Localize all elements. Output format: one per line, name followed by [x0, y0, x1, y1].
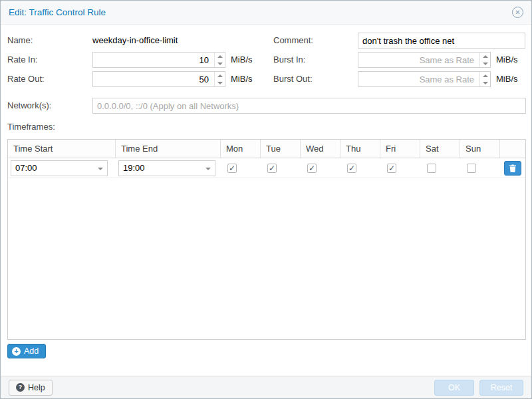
name-value: weekday-in-office-limit: [92, 33, 178, 49]
dialog-footer: ? Help OK Reset: [1, 376, 531, 398]
burst-in-spin-buttons[interactable]: [479, 53, 490, 67]
spinner-down-icon[interactable]: [215, 79, 225, 86]
name-label: Name:: [7, 33, 33, 49]
burst-in-label: Burst In:: [273, 52, 305, 68]
rate-out-spin-buttons[interactable]: [214, 72, 225, 86]
burst-in-spinner[interactable]: [358, 52, 491, 68]
checkbox-thu[interactable]: [347, 164, 356, 173]
rate-in-input[interactable]: [93, 53, 225, 67]
delete-row-button[interactable]: [504, 161, 521, 176]
column-header-time-start[interactable]: Time Start: [8, 140, 116, 158]
rate-out-input[interactable]: [93, 72, 225, 86]
checkbox-mon[interactable]: [227, 164, 237, 173]
time-start-cell: 07:00: [8, 158, 116, 178]
rate-out-label: Rate Out:: [7, 71, 45, 87]
burst-out-spinner[interactable]: [358, 71, 491, 87]
spinner-down-icon[interactable]: [480, 79, 490, 86]
time-end-combobox[interactable]: 19:00: [118, 160, 215, 176]
spinner-down-icon[interactable]: [215, 60, 225, 67]
time-end-value: 19:00: [123, 163, 145, 173]
column-header-time-end[interactable]: Time End: [116, 140, 221, 158]
chevron-down-icon: [205, 168, 211, 170]
column-header-mon[interactable]: Mon: [221, 140, 261, 158]
column-header-tue[interactable]: Tue: [261, 140, 301, 158]
timeframes-table: Time Start Time End Mon Tue Wed Thu Fri …: [7, 139, 526, 340]
rate-in-unit: MiB/s: [231, 52, 253, 68]
close-icon[interactable]: ✕: [512, 7, 523, 18]
rate-out-unit: MiB/s: [231, 71, 253, 87]
dialog-title: Edit: Traffic Control Rule: [9, 7, 106, 17]
column-header-wed[interactable]: Wed: [301, 140, 340, 158]
add-button[interactable]: + Add: [7, 344, 46, 358]
ok-button[interactable]: OK: [434, 380, 474, 396]
column-header-actions: [500, 140, 525, 158]
spinner-down-icon[interactable]: [480, 60, 490, 67]
checkbox-sun[interactable]: [467, 164, 476, 173]
timeframes-label: Timeframes:: [7, 119, 55, 135]
trash-icon: [509, 164, 517, 172]
question-circle-icon: ?: [16, 383, 25, 392]
table-row: 07:00 19:00: [8, 158, 525, 178]
spinner-up-icon[interactable]: [480, 53, 490, 60]
chevron-down-icon: [98, 168, 103, 170]
reset-button[interactable]: Reset: [479, 380, 523, 396]
time-start-value: 07:00: [15, 163, 37, 173]
burst-out-unit: MiB/s: [496, 71, 518, 87]
rate-in-spin-buttons[interactable]: [214, 53, 225, 67]
time-start-combobox[interactable]: 07:00: [11, 160, 108, 176]
column-header-sun[interactable]: Sun: [460, 140, 500, 158]
help-button-label: Help: [28, 383, 45, 392]
burst-out-input[interactable]: [358, 72, 490, 86]
help-button[interactable]: ? Help: [9, 380, 53, 396]
dialog-titlebar: Edit: Traffic Control Rule ✕: [1, 1, 531, 25]
time-end-cell: 19:00: [116, 158, 221, 178]
checkbox-sat[interactable]: [427, 164, 436, 173]
comment-label: Comment:: [273, 33, 313, 49]
burst-in-input[interactable]: [358, 53, 490, 67]
burst-out-spin-buttons[interactable]: [479, 72, 490, 86]
edit-traffic-control-rule-dialog: Edit: Traffic Control Rule ✕ Name: weekd…: [0, 0, 532, 399]
add-button-label: Add: [24, 346, 39, 356]
rate-out-spinner[interactable]: [92, 71, 225, 87]
burst-out-label: Burst Out:: [273, 71, 313, 87]
spinner-up-icon[interactable]: [215, 53, 225, 60]
column-header-thu[interactable]: Thu: [340, 140, 380, 158]
checkbox-wed[interactable]: [307, 164, 317, 173]
rate-in-spinner[interactable]: [92, 52, 225, 68]
checkbox-tue[interactable]: [267, 164, 277, 173]
spinner-up-icon[interactable]: [480, 72, 490, 79]
networks-input[interactable]: [92, 98, 526, 114]
plus-circle-icon: +: [12, 347, 21, 356]
column-header-sat[interactable]: Sat: [420, 140, 460, 158]
column-header-fri[interactable]: Fri: [380, 140, 420, 158]
burst-in-unit: MiB/s: [496, 52, 518, 68]
table-header-row: Time Start Time End Mon Tue Wed Thu Fri …: [8, 140, 525, 158]
rate-in-label: Rate In:: [7, 52, 38, 68]
checkbox-fri[interactable]: [387, 164, 396, 173]
spinner-up-icon[interactable]: [215, 72, 225, 79]
networks-label: Network(s):: [7, 98, 51, 114]
comment-input[interactable]: [358, 33, 525, 49]
